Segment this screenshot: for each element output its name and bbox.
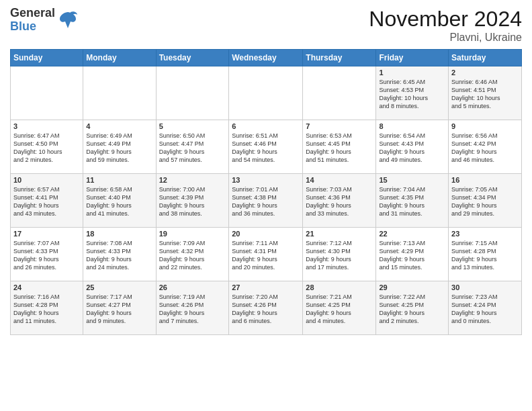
day-number: 21 [306, 230, 373, 238]
day-info: Sunrise: 7:16 AM Sunset: 4:28 PM Dayligh… [13, 293, 80, 326]
logo: General Blue [10, 7, 79, 34]
day-info: Sunrise: 7:23 AM Sunset: 4:24 PM Dayligh… [451, 293, 519, 326]
table-row: 7Sunrise: 6:53 AM Sunset: 4:45 PM Daylig… [303, 120, 376, 174]
day-number: 22 [379, 230, 445, 238]
day-number: 29 [379, 283, 445, 291]
header-wednesday: Wednesday [229, 50, 303, 66]
table-row: 17Sunrise: 7:07 AM Sunset: 4:33 PM Dayli… [11, 228, 83, 281]
day-info: Sunrise: 7:17 AM Sunset: 4:27 PM Dayligh… [86, 293, 152, 326]
week-row-4: 24Sunrise: 7:16 AM Sunset: 4:28 PM Dayli… [11, 281, 522, 335]
table-row [83, 66, 156, 120]
day-info: Sunrise: 6:45 AM Sunset: 4:53 PM Dayligh… [379, 78, 445, 111]
header-friday: Friday [376, 50, 449, 66]
day-info: Sunrise: 7:21 AM Sunset: 4:25 PM Dayligh… [306, 293, 373, 326]
header-tuesday: Tuesday [156, 50, 229, 66]
table-row: 9Sunrise: 6:56 AM Sunset: 4:42 PM Daylig… [449, 120, 522, 174]
day-info: Sunrise: 7:13 AM Sunset: 4:29 PM Dayligh… [379, 239, 445, 272]
day-info: Sunrise: 6:51 AM Sunset: 4:46 PM Dayligh… [232, 132, 300, 165]
day-info: Sunrise: 7:15 AM Sunset: 4:28 PM Dayligh… [451, 239, 519, 272]
title-block: November 2024 Plavni, Ukraine [369, 7, 522, 44]
day-info: Sunrise: 6:57 AM Sunset: 4:41 PM Dayligh… [13, 185, 80, 218]
day-number: 8 [379, 122, 445, 130]
day-number: 5 [159, 122, 226, 130]
table-row: 22Sunrise: 7:13 AM Sunset: 4:29 PM Dayli… [376, 228, 449, 281]
table-row: 24Sunrise: 7:16 AM Sunset: 4:28 PM Dayli… [11, 281, 83, 335]
day-number: 3 [13, 122, 80, 130]
week-row-0: 1Sunrise: 6:45 AM Sunset: 4:53 PM Daylig… [11, 66, 522, 120]
logo-text-block: General Blue [10, 7, 79, 34]
day-number: 23 [451, 230, 519, 238]
day-number: 2 [451, 68, 519, 77]
table-row [156, 66, 229, 120]
table-row [11, 66, 83, 120]
day-number: 16 [451, 176, 519, 184]
day-number: 26 [159, 283, 226, 291]
header: General Blue November 2024 Plavni, Ukrai… [10, 7, 522, 44]
day-info: Sunrise: 7:11 AM Sunset: 4:31 PM Dayligh… [232, 239, 300, 272]
table-row: 11Sunrise: 6:58 AM Sunset: 4:40 PM Dayli… [83, 174, 156, 228]
table-row: 10Sunrise: 6:57 AM Sunset: 4:41 PM Dayli… [11, 174, 83, 228]
day-info: Sunrise: 7:03 AM Sunset: 4:36 PM Dayligh… [306, 185, 373, 218]
page: General Blue November 2024 Plavni, Ukrai… [0, 0, 532, 411]
day-number: 25 [86, 283, 152, 291]
week-row-2: 10Sunrise: 6:57 AM Sunset: 4:41 PM Dayli… [11, 174, 522, 228]
weekday-header-row: Sunday Monday Tuesday Wednesday Thursday… [11, 50, 522, 66]
day-number: 12 [159, 176, 226, 184]
day-number: 19 [159, 230, 226, 238]
table-row: 21Sunrise: 7:12 AM Sunset: 4:30 PM Dayli… [303, 228, 376, 281]
day-info: Sunrise: 7:22 AM Sunset: 4:25 PM Dayligh… [379, 293, 445, 326]
table-row: 3Sunrise: 6:47 AM Sunset: 4:50 PM Daylig… [11, 120, 83, 174]
day-number: 11 [86, 176, 152, 184]
day-number: 30 [451, 283, 519, 291]
table-row: 14Sunrise: 7:03 AM Sunset: 4:36 PM Dayli… [303, 174, 376, 228]
logo-blue: Blue [10, 20, 55, 34]
header-thursday: Thursday [303, 50, 376, 66]
table-row [303, 66, 376, 120]
day-number: 1 [379, 68, 445, 77]
table-row: 28Sunrise: 7:21 AM Sunset: 4:25 PM Dayli… [303, 281, 376, 335]
header-saturday: Saturday [449, 50, 522, 66]
table-row: 8Sunrise: 6:54 AM Sunset: 4:43 PM Daylig… [376, 120, 449, 174]
day-info: Sunrise: 6:58 AM Sunset: 4:40 PM Dayligh… [86, 185, 152, 218]
day-info: Sunrise: 7:07 AM Sunset: 4:33 PM Dayligh… [13, 239, 80, 272]
day-info: Sunrise: 6:49 AM Sunset: 4:49 PM Dayligh… [86, 132, 152, 165]
day-number: 6 [232, 122, 300, 130]
day-number: 10 [13, 176, 80, 184]
table-row [229, 66, 303, 120]
table-row: 25Sunrise: 7:17 AM Sunset: 4:27 PM Dayli… [83, 281, 156, 335]
week-row-1: 3Sunrise: 6:47 AM Sunset: 4:50 PM Daylig… [11, 120, 522, 174]
day-number: 17 [13, 230, 80, 238]
day-number: 28 [306, 283, 373, 291]
table-row: 26Sunrise: 7:19 AM Sunset: 4:26 PM Dayli… [156, 281, 229, 335]
table-row: 27Sunrise: 7:20 AM Sunset: 4:26 PM Dayli… [229, 281, 303, 335]
table-row: 16Sunrise: 7:05 AM Sunset: 4:34 PM Dayli… [449, 174, 522, 228]
day-number: 15 [379, 176, 445, 184]
table-row: 20Sunrise: 7:11 AM Sunset: 4:31 PM Dayli… [229, 228, 303, 281]
day-number: 9 [451, 122, 519, 130]
table-row: 29Sunrise: 7:22 AM Sunset: 4:25 PM Dayli… [376, 281, 449, 335]
day-info: Sunrise: 6:54 AM Sunset: 4:43 PM Dayligh… [379, 132, 445, 165]
day-info: Sunrise: 7:20 AM Sunset: 4:26 PM Dayligh… [232, 293, 300, 326]
table-row: 12Sunrise: 7:00 AM Sunset: 4:39 PM Dayli… [156, 174, 229, 228]
day-number: 4 [86, 122, 152, 130]
day-number: 18 [86, 230, 152, 238]
day-number: 13 [232, 176, 300, 184]
day-info: Sunrise: 7:19 AM Sunset: 4:26 PM Dayligh… [159, 293, 226, 326]
day-info: Sunrise: 7:09 AM Sunset: 4:32 PM Dayligh… [159, 239, 226, 272]
logo-bird-icon [57, 9, 79, 31]
day-number: 27 [232, 283, 300, 291]
table-row: 1Sunrise: 6:45 AM Sunset: 4:53 PM Daylig… [376, 66, 449, 120]
table-row: 13Sunrise: 7:01 AM Sunset: 4:38 PM Dayli… [229, 174, 303, 228]
table-row: 15Sunrise: 7:04 AM Sunset: 4:35 PM Dayli… [376, 174, 449, 228]
day-info: Sunrise: 6:47 AM Sunset: 4:50 PM Dayligh… [13, 132, 80, 165]
logo-general: General [10, 7, 55, 20]
day-info: Sunrise: 7:05 AM Sunset: 4:34 PM Dayligh… [451, 185, 519, 218]
day-number: 20 [232, 230, 300, 238]
day-number: 7 [306, 122, 373, 130]
table-row: 4Sunrise: 6:49 AM Sunset: 4:49 PM Daylig… [83, 120, 156, 174]
day-info: Sunrise: 7:00 AM Sunset: 4:39 PM Dayligh… [159, 185, 226, 218]
month-title: November 2024 [369, 7, 522, 32]
calendar-table: Sunday Monday Tuesday Wednesday Thursday… [10, 49, 522, 335]
table-row: 5Sunrise: 6:50 AM Sunset: 4:47 PM Daylig… [156, 120, 229, 174]
day-number: 24 [13, 283, 80, 291]
